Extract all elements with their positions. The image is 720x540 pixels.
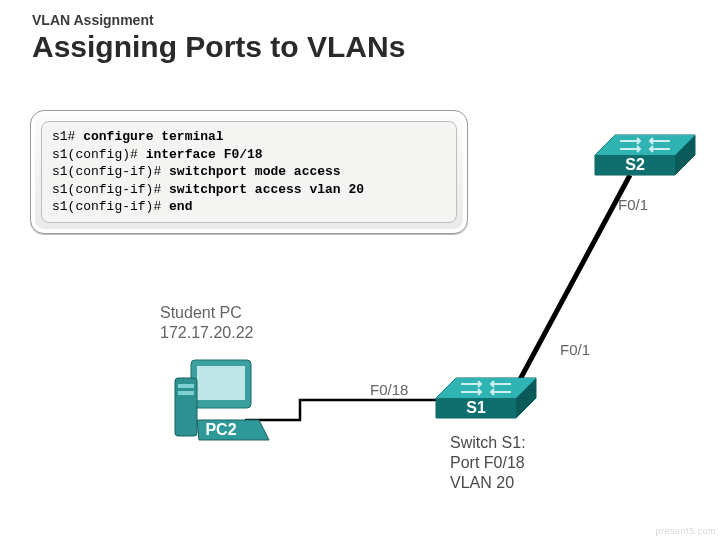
link-pc-s1 — [245, 400, 450, 420]
s1-caption-line: Port F0/18 — [450, 454, 525, 471]
svg-rect-12 — [178, 391, 194, 395]
port-label-s2-side: F0/1 — [618, 196, 648, 213]
switch-s1-label: S1 — [466, 399, 486, 416]
cli-line: s1(config-if)# switchport access vlan 20 — [52, 181, 446, 199]
pc-label: PC2 — [205, 421, 236, 438]
svg-marker-13 — [197, 420, 269, 440]
cli-line: s1# configure terminal — [52, 128, 446, 146]
svg-marker-5 — [436, 398, 516, 418]
cli-terminal-card: s1# configure terminal s1(config)# inter… — [30, 110, 468, 234]
svg-rect-11 — [178, 384, 194, 388]
svg-marker-1 — [595, 155, 675, 175]
svg-rect-10 — [175, 378, 197, 436]
section-subtitle: VLAN Assignment — [32, 12, 154, 28]
svg-marker-3 — [595, 135, 695, 155]
link-s1-s2 — [510, 175, 630, 398]
cli-terminal-body: s1# configure terminal s1(config)# inter… — [41, 121, 457, 223]
pc-icon: PC2 — [175, 360, 269, 440]
port-label-pc-s1: F0/18 — [370, 381, 408, 398]
svg-marker-7 — [436, 378, 536, 398]
svg-marker-4 — [436, 378, 536, 418]
svg-rect-9 — [197, 366, 245, 400]
svg-marker-0 — [595, 135, 695, 175]
svg-marker-2 — [675, 135, 695, 175]
watermark: present5.com — [655, 526, 716, 536]
s1-caption-line: VLAN 20 — [450, 474, 514, 491]
page-title: Assigning Ports to VLANs — [32, 30, 405, 64]
cli-line: s1(config-if)# switchport mode access — [52, 163, 446, 181]
switch-s2-label: S2 — [625, 156, 645, 173]
cli-line: s1(config)# interface F0/18 — [52, 146, 446, 164]
pc-caption-ip: 172.17.20.22 — [160, 324, 254, 341]
s1-caption-line: Switch S1: — [450, 434, 526, 451]
pc-caption-name: Student PC — [160, 304, 242, 321]
svg-rect-8 — [191, 360, 251, 408]
switch-s1-icon: S1 — [436, 378, 536, 418]
network-diagram: F0/18 F0/1 F0/1 S2 S1 — [0, 0, 720, 540]
port-label-s1-side: F0/1 — [560, 341, 590, 358]
cli-line: s1(config-if)# end — [52, 198, 446, 216]
svg-marker-6 — [516, 378, 536, 418]
switch-s2-icon: S2 — [595, 135, 695, 175]
